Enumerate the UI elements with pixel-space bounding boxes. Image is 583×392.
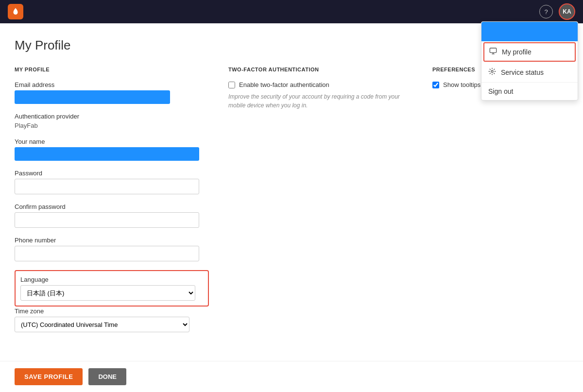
- timezone-label: Time zone: [15, 307, 209, 315]
- user-dropdown-menu: My profile Service status Sign out: [481, 21, 578, 101]
- help-icon[interactable]: ?: [539, 5, 553, 18]
- tfa-section-title: TWO-FACTOR AUTHENTICATION: [228, 67, 413, 72]
- dropdown-service-status[interactable]: Service status: [481, 63, 578, 83]
- dropdown-top-bar: [481, 22, 578, 41]
- tooltips-checkbox[interactable]: [432, 82, 439, 88]
- done-button[interactable]: DONE: [88, 368, 126, 385]
- phone-input[interactable]: [15, 246, 199, 261]
- confirm-password-field-group: Confirm password: [15, 203, 209, 228]
- my-profile-label: My profile: [502, 48, 532, 56]
- logo-icon[interactable]: [8, 4, 23, 19]
- avatar-button[interactable]: KA: [559, 3, 575, 20]
- your-name-label: Your name: [15, 138, 209, 145]
- my-profile-section-title: MY PROFILE: [15, 67, 209, 72]
- footer-buttons: SAVE PROFILE DONE: [0, 361, 583, 392]
- phone-field-group: Phone number: [15, 237, 209, 261]
- columns-layout: MY PROFILE Email address Authentication …: [15, 67, 568, 347]
- language-select[interactable]: English 日本語 (日本) Français Deutsch Españo…: [20, 285, 195, 301]
- email-value-bar: [15, 90, 170, 104]
- tfa-enable-row: Enable two-factor authentication: [228, 81, 413, 88]
- tfa-column: TWO-FACTOR AUTHENTICATION Enable two-fac…: [228, 67, 413, 110]
- auth-provider-value: PlayFab: [15, 122, 209, 129]
- svg-point-3: [491, 70, 493, 72]
- password-field-group: Password: [15, 170, 209, 194]
- my-profile-column: MY PROFILE Email address Authentication …: [15, 67, 209, 347]
- confirm-password-input[interactable]: [15, 212, 199, 228]
- save-profile-button[interactable]: SAVE PROFILE: [15, 368, 83, 385]
- language-field-wrapper: Language English 日本語 (日本) Français Deuts…: [15, 270, 209, 307]
- your-name-field-group: Your name: [15, 138, 209, 161]
- auth-provider-label: Authentication provider: [15, 113, 209, 120]
- password-label: Password: [15, 170, 209, 177]
- service-status-label: Service status: [501, 68, 544, 76]
- phone-label: Phone number: [15, 237, 209, 244]
- navbar: ? KA My profile Service status: [0, 0, 583, 23]
- auth-provider-field-group: Authentication provider PlayFab: [15, 113, 209, 129]
- timezone-field-group: Time zone (UTC) Coordinated Universal Ti…: [15, 307, 209, 332]
- password-input[interactable]: [15, 179, 199, 194]
- dropdown-sign-out[interactable]: Sign out: [481, 83, 578, 100]
- confirm-password-label: Confirm password: [15, 203, 209, 210]
- language-label: Language: [20, 276, 203, 283]
- your-name-value-bar: [15, 147, 199, 161]
- dropdown-my-profile[interactable]: My profile: [483, 42, 576, 62]
- tfa-enable-label[interactable]: Enable two-factor authentication: [239, 81, 329, 88]
- email-field-group: Email address: [15, 81, 209, 104]
- email-label: Email address: [15, 81, 209, 88]
- navbar-left: [8, 4, 23, 19]
- tfa-description: Improve the security of your account by …: [228, 92, 403, 110]
- svg-rect-0: [490, 48, 496, 52]
- tfa-checkbox[interactable]: [228, 82, 235, 88]
- navbar-right: ? KA: [539, 3, 575, 20]
- timezone-select[interactable]: (UTC) Coordinated Universal Time (UTC-05…: [15, 317, 189, 332]
- profile-icon: [489, 47, 497, 57]
- service-status-icon: [488, 68, 496, 77]
